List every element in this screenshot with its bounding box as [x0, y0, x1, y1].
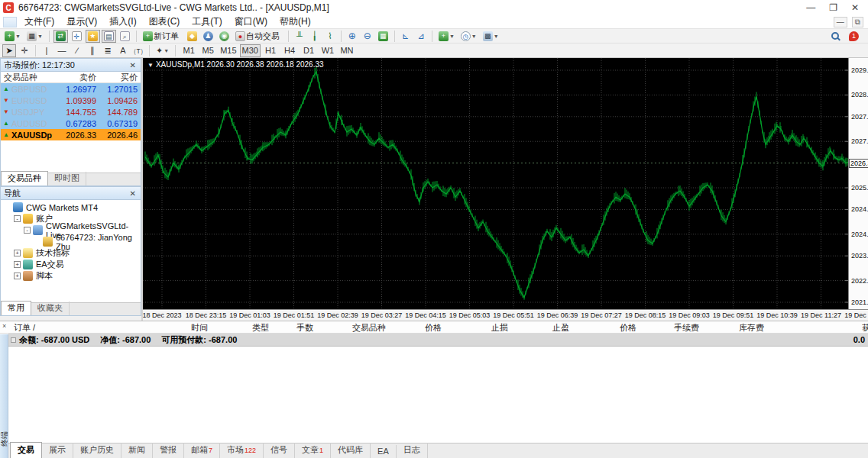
terminal-tab-1[interactable]: 展示 — [42, 443, 73, 458]
tile-windows-button[interactable]: ▦ — [376, 30, 390, 43]
zoom-in-button[interactable]: ⊕ — [345, 30, 359, 43]
market-watch-row[interactable]: ▲AUDUSD0.672830.67319 — [1, 118, 141, 129]
minimize-button[interactable]: — — [806, 1, 815, 15]
market-watch-tab-0[interactable]: 交易品种 — [1, 171, 48, 185]
server-icon — [33, 225, 43, 235]
menu-item-6[interactable]: 帮助(H) — [274, 15, 317, 29]
auto-arrange-button[interactable]: ⊾ — [399, 30, 413, 43]
timeframe-m15[interactable]: M15 — [218, 44, 238, 57]
market-watch-row[interactable]: ▼USDJPY144.755144.789 — [1, 106, 141, 118]
metaeditor-button[interactable]: ◆ — [185, 30, 199, 43]
periods-button[interactable]: ◷▼ — [458, 30, 479, 43]
terminal-button[interactable]: ▤ — [102, 30, 116, 43]
terminal-tab-4[interactable]: 警报 — [153, 443, 184, 458]
terminal-tab-11[interactable]: 日志 — [397, 443, 428, 458]
templates-button[interactable]: ▩▼ — [481, 30, 501, 43]
experts-button[interactable]: ♟ — [201, 30, 215, 43]
menu-item-1[interactable]: 显示(V) — [60, 15, 103, 29]
trendline-tool[interactable]: ∕ — [70, 44, 84, 57]
menu-item-2[interactable]: 插入(I) — [103, 15, 142, 29]
collapse-icon[interactable]: - — [14, 215, 21, 222]
child-restore-button[interactable]: ⧉ — [852, 17, 863, 27]
timeframe-m5[interactable]: M5 — [199, 44, 217, 57]
shapes-button[interactable]: ✦▼ — [154, 44, 171, 57]
timeframe-d1[interactable]: D1 — [300, 44, 318, 57]
child-minimize-button[interactable]: — — [834, 17, 847, 27]
timeframe-w1[interactable]: W1 — [319, 44, 337, 57]
chart-window[interactable]: ▼XAUUSDp,M1 2026.30 2026.38 2026.18 2026… — [141, 58, 868, 321]
collapse-icon[interactable]: - — [24, 227, 31, 234]
autotrading-button[interactable]: ●自动交易 — [233, 30, 284, 43]
navigator-button[interactable]: ★ — [86, 30, 100, 43]
terminal-tab-label: 展示 — [49, 445, 66, 454]
expand-icon[interactable]: + — [14, 273, 21, 279]
menu-item-3[interactable]: 图表(C) — [143, 15, 186, 29]
market-watch-row[interactable]: ▼EURUSD1.093991.09426 — [1, 95, 141, 106]
vertical-line-tool[interactable]: | — [40, 44, 53, 57]
navigator-item-6[interactable]: +脚本 — [1, 270, 141, 282]
terminal-tab-9[interactable]: 代码库 — [331, 443, 371, 458]
terminal-tab-0[interactable]: 交易 — [10, 442, 42, 458]
navigator-item-5[interactable]: +EA交易 — [1, 259, 141, 270]
navigator-tab-0[interactable]: 常用 — [1, 301, 31, 315]
terminal-tab-8[interactable]: 文章1 — [295, 443, 331, 458]
close-button[interactable]: ✕ — [851, 1, 859, 15]
timeframe-h4[interactable]: H4 — [280, 44, 299, 57]
terminal-side-strip: 终端 — [0, 334, 8, 458]
scripts-icon — [23, 271, 33, 281]
profiles-button[interactable]: ▦▼ — [24, 30, 45, 43]
text-tool[interactable]: A — [116, 44, 130, 57]
data-window-button[interactable]: ✛ — [70, 30, 84, 43]
order-column-6: 止损 — [462, 322, 508, 334]
menu-item-5[interactable]: 窗口(W) — [228, 15, 274, 29]
notifications-icon[interactable]: 1 — [847, 30, 861, 43]
search-icon[interactable] — [828, 30, 842, 43]
navigator-item-0[interactable]: CWG Markets MT4 — [1, 202, 141, 213]
label-tool[interactable]: 🄣 — [131, 44, 145, 57]
menu-item-0[interactable]: 文件(F) — [18, 15, 60, 29]
chart-legend: ▼XAUUSDp,M1 2026.30 2026.38 2026.18 2026… — [147, 60, 324, 69]
horizontal-line-tool[interactable]: — — [55, 44, 69, 57]
timeframe-m1[interactable]: M1 — [180, 44, 198, 57]
terminal-tab-5[interactable]: 邮箱7 — [184, 443, 220, 458]
track-chart-button[interactable]: ⊿ — [414, 30, 428, 43]
terminal-close-icon[interactable]: × — [2, 322, 6, 330]
cursor-tool[interactable]: ➤ — [2, 44, 16, 57]
terminal-tab-7[interactable]: 信号 — [264, 443, 295, 458]
new-order-button[interactable]: +新订单 — [141, 30, 183, 43]
timeframe-mn[interactable]: MN — [338, 44, 356, 57]
indicators-button[interactable]: +▼ — [436, 30, 457, 43]
candlestick-button[interactable]: ╽ — [308, 30, 322, 43]
news-button[interactable]: ◉ — [217, 30, 232, 43]
menu-item-4[interactable]: 工具(T) — [186, 15, 228, 29]
crosshair-tool[interactable]: ✛ — [18, 44, 31, 57]
expand-icon[interactable]: + — [14, 250, 21, 256]
strategy-tester-button[interactable]: ⌕ — [118, 30, 132, 43]
terminal-tab-2[interactable]: 账户历史 — [73, 443, 121, 458]
market-watch-row[interactable]: ▲GBPUSD1.269771.27015 — [1, 83, 141, 95]
terminal-tab-3[interactable]: 新闻 — [121, 443, 153, 458]
navigator-tab-1[interactable]: 收藏夹 — [31, 302, 70, 315]
timeframe-h1[interactable]: H1 — [261, 44, 280, 57]
price-chart[interactable] — [143, 58, 848, 309]
market-watch-tab-1[interactable]: 即时图 — [48, 172, 86, 185]
zoom-out-button[interactable]: ⊖ — [361, 30, 374, 43]
bid-price: 0.67283 — [58, 119, 99, 128]
market-watch-close-icon[interactable]: ✕ — [128, 61, 138, 69]
channel-tool[interactable]: ∥ — [86, 44, 99, 57]
new-chart-button[interactable]: +▼ — [2, 30, 23, 43]
terminal-tab-10[interactable]: EA — [371, 445, 397, 458]
navigator-item-3[interactable]: 66764723: JianYong Zhu — [1, 236, 141, 247]
market-watch-row[interactable]: ▲XAUUSDp2026.332026.46 — [1, 129, 141, 140]
balance-expander-icon[interactable] — [11, 337, 16, 343]
timeframe-m30[interactable]: M30 — [240, 44, 261, 57]
expand-icon[interactable]: + — [14, 261, 21, 268]
line-chart-button[interactable]: ⌇ — [323, 30, 337, 43]
market-watch-button[interactable]: ⇄ — [53, 30, 68, 43]
bar-chart-button[interactable]: ╨ — [293, 30, 306, 43]
chart-dropdown-icon[interactable]: ▼ — [147, 62, 154, 69]
navigator-close-icon[interactable]: ✕ — [128, 189, 138, 198]
terminal-tab-6[interactable]: 市场122 — [220, 443, 264, 458]
fibonacci-tool[interactable]: ≣ — [101, 44, 115, 57]
maximize-button[interactable]: ❐ — [829, 1, 837, 15]
